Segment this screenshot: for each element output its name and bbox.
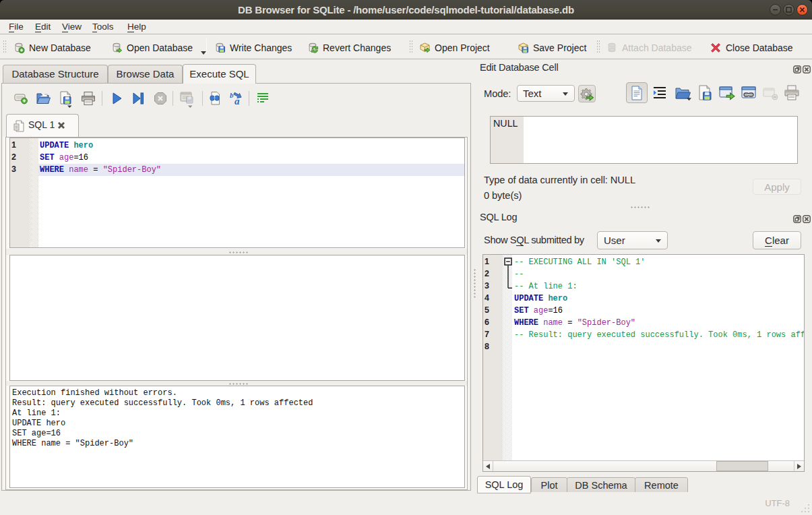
svg-text:b: b bbox=[230, 91, 234, 99]
